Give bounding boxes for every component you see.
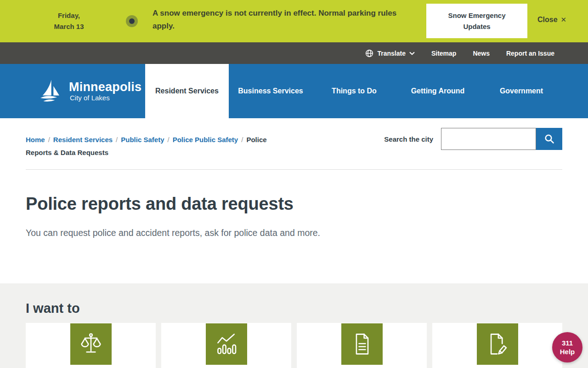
- i-want-to-heading: I want to: [26, 301, 562, 316]
- utility-link-report-an-issue[interactable]: Report an Issue: [506, 50, 554, 57]
- i-want-to-section: I want to: [0, 283, 588, 368]
- nav-tabs: Resident Services Business Services Thin…: [145, 64, 563, 118]
- search-button[interactable]: [536, 128, 562, 150]
- status-dot-icon: [126, 15, 138, 27]
- utility-bar: Translate Sitemap News Report an Issue: [0, 42, 588, 64]
- nav-tab-things-to-do[interactable]: Things to Do: [312, 64, 396, 118]
- help-311-button[interactable]: 311 Help: [552, 332, 582, 362]
- i-want-to-cards: [26, 323, 562, 368]
- help-311-line1: 311: [562, 339, 573, 347]
- logo-title: Minneapolis: [69, 80, 141, 93]
- banner-date-line1: Friday,: [39, 10, 99, 21]
- sailboat-icon: [40, 77, 64, 105]
- snow-emergency-updates-button[interactable]: Snow Emergency Updates: [426, 4, 527, 38]
- help-311-line2: Help: [560, 347, 575, 356]
- document-icon: [350, 332, 374, 356]
- site-search: Search the city: [384, 128, 562, 150]
- translate-label: Translate: [377, 50, 405, 57]
- breadcrumb-search-row: Home/Resident Services/Public Safety/Pol…: [0, 118, 588, 159]
- page-subtitle: You can request police and accident repo…: [26, 226, 329, 240]
- utility-link-news[interactable]: News: [473, 50, 490, 57]
- breadcrumb-link-police-public-safety[interactable]: Police Public Safety: [173, 136, 238, 144]
- banner-date: Friday, March 13: [39, 10, 99, 32]
- card-request-report[interactable]: [26, 323, 156, 368]
- breadcrumb-separator: /: [116, 136, 118, 144]
- snow-alert-banner: Friday, March 13 A snow emergency is not…: [0, 0, 588, 42]
- search-icon: [544, 133, 555, 144]
- chart-icon: [215, 332, 238, 356]
- document-edit-icon: [486, 332, 509, 356]
- snow-button-label-line2: Updates: [463, 21, 490, 32]
- nav-tab-business-services[interactable]: Business Services: [229, 64, 312, 118]
- banner-message: A snow emergency is not currently in eff…: [153, 7, 403, 33]
- card-police-data[interactable]: [161, 323, 291, 368]
- nav-tab-getting-around[interactable]: Getting Around: [396, 64, 480, 118]
- translate-menu[interactable]: Translate: [365, 49, 414, 58]
- page-title: Police reports and data requests: [26, 194, 562, 214]
- breadcrumb-separator: /: [167, 136, 169, 144]
- logo-subtitle: City of Lakes: [70, 94, 141, 102]
- breadcrumb-link-home[interactable]: Home: [26, 136, 45, 144]
- breadcrumb-link-public-safety[interactable]: Public Safety: [121, 136, 164, 144]
- close-label: Close: [537, 16, 558, 24]
- nav-tab-government[interactable]: Government: [480, 64, 563, 118]
- card-view-report[interactable]: [297, 323, 427, 368]
- chevron-down-icon: [409, 52, 415, 55]
- globe-icon: [365, 49, 373, 58]
- breadcrumb-separator: /: [241, 136, 243, 144]
- minneapolis-logo[interactable]: Minneapolis City of Lakes: [40, 77, 141, 105]
- breadcrumb-separator: /: [48, 136, 50, 144]
- breadcrumb: Home/Resident Services/Public Safety/Pol…: [26, 133, 283, 159]
- card-data-request[interactable]: [432, 323, 562, 368]
- utility-link-sitemap[interactable]: Sitemap: [431, 50, 456, 57]
- breadcrumb-link-resident-services[interactable]: Resident Services: [53, 136, 113, 144]
- search-input[interactable]: [441, 128, 536, 150]
- snow-button-label-line1: Snow Emergency: [448, 10, 505, 21]
- nav-tab-resident-services[interactable]: Resident Services: [145, 64, 229, 118]
- banner-close-button[interactable]: Close ✕: [537, 16, 566, 24]
- search-label: Search the city: [384, 135, 433, 143]
- banner-date-line2: March 13: [39, 21, 99, 32]
- close-icon: ✕: [561, 16, 567, 24]
- main-navigation: Minneapolis City of Lakes Resident Servi…: [0, 64, 588, 118]
- page-head: Police reports and data requests You can…: [0, 170, 588, 240]
- scales-icon: [79, 332, 103, 356]
